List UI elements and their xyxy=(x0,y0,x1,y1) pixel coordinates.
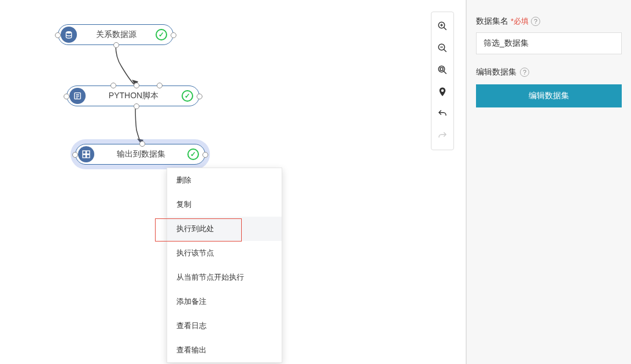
fit-view-button[interactable] xyxy=(433,60,452,80)
menu-item-view-log[interactable]: 查看日志 xyxy=(167,314,282,338)
svg-rect-5 xyxy=(87,151,90,154)
status-success-icon: ✓ xyxy=(182,90,193,102)
svg-rect-4 xyxy=(83,151,86,154)
menu-item-add-note[interactable]: 添加备注 xyxy=(167,289,282,314)
port-bottom[interactable] xyxy=(134,103,139,109)
menu-item-run-to-here[interactable]: 执行到此处 xyxy=(167,217,282,241)
property-sidebar: 数据集名 *必填 ? 编辑数据集 ? 编辑数据集 xyxy=(466,0,631,364)
menu-item-run-from[interactable]: 从当前节点开始执行 xyxy=(167,265,282,289)
label-text: 编辑数据集 xyxy=(476,67,516,77)
svg-point-15 xyxy=(438,66,445,72)
zoom-in-button[interactable] xyxy=(433,16,452,36)
undo-button[interactable] xyxy=(433,103,452,124)
node-python-script[interactable]: PYTHON脚本 ✓ xyxy=(67,86,200,106)
node-label: 关系数据源 xyxy=(83,29,150,40)
edit-dataset-button[interactable]: 编辑数据集 xyxy=(476,84,622,107)
menu-item-copy[interactable]: 复制 xyxy=(167,192,282,217)
help-icon[interactable]: ? xyxy=(531,17,540,26)
port-left[interactable] xyxy=(55,32,61,38)
menu-item-run-node[interactable]: 执行该节点 xyxy=(167,241,282,265)
menu-item-view-output[interactable]: 查看输出 xyxy=(167,338,282,362)
canvas-area[interactable]: 关系数据源 ✓ PYTHON脚本 ✓ 输出到数据集 ✓ xyxy=(0,0,466,364)
port-left[interactable] xyxy=(64,94,69,99)
label-text: 数据集名 xyxy=(476,16,508,27)
edit-dataset-label: 编辑数据集 ? xyxy=(476,67,622,77)
redo-button[interactable] xyxy=(433,125,452,146)
svg-rect-17 xyxy=(440,68,443,70)
svg-rect-7 xyxy=(87,155,90,158)
canvas-toolbar xyxy=(431,12,454,150)
node-label: PYTHON脚本 xyxy=(91,91,176,101)
locate-button[interactable] xyxy=(433,81,452,102)
port-left[interactable] xyxy=(72,152,78,158)
output-icon xyxy=(78,146,94,162)
node-label: 输出到数据集 xyxy=(100,149,182,159)
dataset-name-input[interactable] xyxy=(476,32,622,54)
svg-line-13 xyxy=(444,49,447,52)
svg-line-16 xyxy=(444,71,447,74)
port-bottom[interactable] xyxy=(113,42,119,48)
port-top-left[interactable] xyxy=(110,83,116,88)
port-right[interactable] xyxy=(171,32,176,38)
svg-rect-6 xyxy=(83,155,86,158)
help-icon[interactable]: ? xyxy=(520,68,529,77)
port-top[interactable] xyxy=(139,141,145,147)
status-success-icon: ✓ xyxy=(156,29,167,40)
port-top-right[interactable] xyxy=(157,83,163,88)
script-icon xyxy=(69,88,86,104)
node-relational-datasource[interactable]: 关系数据源 ✓ xyxy=(58,24,174,45)
database-icon xyxy=(61,27,77,43)
port-top[interactable] xyxy=(134,83,139,88)
status-success-icon: ✓ xyxy=(187,148,199,160)
dataset-name-label: 数据集名 *必填 ? xyxy=(476,16,622,27)
port-right[interactable] xyxy=(202,152,208,158)
svg-line-9 xyxy=(444,27,447,30)
zoom-out-button[interactable] xyxy=(433,38,452,58)
svg-point-2 xyxy=(66,31,71,34)
menu-item-delete[interactable]: 删除 xyxy=(167,168,282,192)
context-menu: 删除 复制 执行到此处 执行该节点 从当前节点开始执行 添加备注 查看日志 查看… xyxy=(167,168,282,363)
required-mark: *必填 xyxy=(511,16,529,27)
node-output-dataset[interactable]: 输出到数据集 ✓ xyxy=(75,144,205,165)
port-right[interactable] xyxy=(197,94,202,99)
